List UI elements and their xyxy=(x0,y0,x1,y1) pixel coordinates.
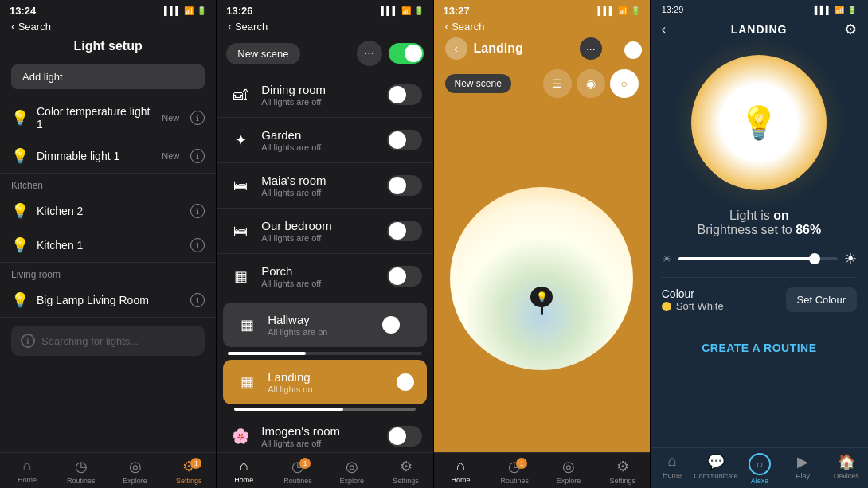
bulb-icon: 💡 xyxy=(11,147,29,165)
room-toggle[interactable] xyxy=(387,266,422,287)
bulb-icon: 💡 xyxy=(11,291,29,309)
room-toggle[interactable] xyxy=(387,221,422,241)
info-icon[interactable]: ℹ xyxy=(190,149,205,163)
nav-item-home[interactable]: ⌂ Home xyxy=(651,453,694,485)
wifi-icon: 📶 xyxy=(835,6,844,14)
nav-item-alexa[interactable]: ○ Alexa xyxy=(738,453,781,485)
room-sub: All lights are off xyxy=(261,439,378,448)
bulb-icon: 💡 xyxy=(11,202,29,220)
landing-slider[interactable] xyxy=(234,408,415,411)
room-name: Hallway xyxy=(268,313,372,326)
room-item-dining[interactable]: 🛋 Dining room All lights are off xyxy=(217,72,432,118)
gear-icon[interactable]: ⚙ xyxy=(844,21,857,38)
palette-button[interactable]: ◉ xyxy=(577,69,605,98)
nav-label: Explore xyxy=(557,477,581,485)
pin-tail xyxy=(541,307,543,314)
white-button[interactable]: ○ xyxy=(610,69,639,98)
sun-small-icon: ☀ xyxy=(662,252,672,265)
list-view-button[interactable]: ☰ xyxy=(543,69,572,98)
panel2-header: New scene ··· xyxy=(217,34,432,72)
room-toggle[interactable] xyxy=(387,84,422,105)
bedroom-icon: 🛏 xyxy=(228,218,253,244)
room-toggle[interactable] xyxy=(387,175,422,196)
search-back-label-3[interactable]: Search xyxy=(452,21,484,33)
new-scene-button-3[interactable]: New scene xyxy=(445,74,511,93)
room-item-maias[interactable]: 🛏 Maia's room All lights are off xyxy=(217,163,432,209)
room-toggle[interactable] xyxy=(387,130,422,150)
status-icons-1: ▌▌▌ 📶 🔋 xyxy=(164,6,206,15)
info-icon[interactable]: ℹ xyxy=(190,111,205,125)
info-icon[interactable]: ℹ xyxy=(190,238,205,252)
nav-item-home[interactable]: ⌂ Home xyxy=(434,458,488,485)
wifi-icon: 📶 xyxy=(401,6,411,15)
nav-label: Devices xyxy=(834,472,859,480)
add-light-button[interactable]: Add light xyxy=(11,64,205,89)
main-power-toggle[interactable] xyxy=(389,43,424,64)
bulb-icon: 💡 xyxy=(11,109,29,127)
nav-item-home[interactable]: ⌂ Home xyxy=(0,458,54,485)
new-badge: New xyxy=(162,113,179,123)
nav-item-routines[interactable]: 1 ◷ Routines xyxy=(271,458,325,485)
room-toggle[interactable] xyxy=(381,314,416,335)
room-item-hallway[interactable]: ▦ Hallway All lights are on xyxy=(223,303,426,347)
info-icon[interactable]: ℹ xyxy=(190,204,205,218)
home-icon: ⌂ xyxy=(22,458,31,474)
time-4: 13:29 xyxy=(662,5,684,14)
search-back-label-2[interactable]: Search xyxy=(235,21,268,33)
nav-item-explore[interactable]: ◎ Explore xyxy=(542,458,596,485)
maias-room-icon: 🛏 xyxy=(228,173,253,198)
room-toggle[interactable] xyxy=(381,372,416,392)
p4-back-button[interactable]: ‹ xyxy=(662,22,666,37)
status-on-text: on xyxy=(773,209,789,222)
room-name: Landing xyxy=(268,370,372,384)
create-routine-button[interactable]: CREATE A ROUTINE xyxy=(662,334,857,362)
more-button-3[interactable]: ··· xyxy=(580,37,602,60)
nav-label: Explore xyxy=(123,477,147,485)
color-wheel[interactable]: 💡 xyxy=(450,187,633,370)
room-item-imogen[interactable]: 🌸 Imogen's room All lights are off xyxy=(217,414,432,452)
search-back-label-1[interactable]: Search xyxy=(18,21,51,33)
colour-value: Soft White xyxy=(662,300,724,312)
room-item-garden[interactable]: ✦ Garden All lights are off xyxy=(217,118,432,163)
room-toggle[interactable] xyxy=(387,426,422,447)
nav-item-communicate[interactable]: 💬 Communicate xyxy=(694,453,738,485)
back-row-3: ‹ Search xyxy=(434,18,650,34)
nav-item-routines[interactable]: 1 ◷ Routines xyxy=(487,458,542,485)
info-icon[interactable]: ℹ xyxy=(190,293,205,307)
room-item-porch[interactable]: ▦ Porch All lights are off xyxy=(217,254,432,299)
nav-item-explore[interactable]: ◎ Explore xyxy=(325,458,379,485)
searching-bar: ℹ Searching for lights... xyxy=(11,326,205,356)
back-arrow-button[interactable]: ‹ xyxy=(445,37,467,60)
new-scene-button[interactable]: New scene xyxy=(226,43,299,64)
room-item-landing[interactable]: ▦ Landing All lights on xyxy=(223,360,426,404)
wifi-icon: 📶 xyxy=(618,6,628,15)
set-colour-button[interactable]: Set Colour xyxy=(786,287,857,312)
room-info: Dining room All lights are off xyxy=(261,83,378,107)
room-sub: All lights on xyxy=(268,385,372,394)
nav-item-settings[interactable]: ⚙ Settings xyxy=(379,458,433,485)
list-item: 💡 Dimmable light 1 New ℹ xyxy=(0,139,216,174)
room-item-bedroom[interactable]: 🛏 Our bedroom All lights are off xyxy=(217,209,432,254)
nav-item-routines[interactable]: ◷ Routines xyxy=(54,458,108,485)
color-wheel-container[interactable]: 💡 xyxy=(434,104,650,452)
bulb-icon-large: 💡 xyxy=(739,104,779,142)
landing-slider-fill xyxy=(234,408,342,411)
bulb-icon: 💡 xyxy=(11,236,29,254)
room-info: Our bedroom All lights are off xyxy=(261,219,378,243)
status-bar-1: 13:24 ▌▌▌ 📶 🔋 xyxy=(0,0,216,18)
more-button[interactable]: ··· xyxy=(357,41,382,66)
status-icons-3: ▌▌▌ 📶 🔋 xyxy=(597,6,639,15)
nav-item-settings[interactable]: ⚙ Settings xyxy=(596,458,650,485)
nav-item-settings[interactable]: 1 ⚙ Settings xyxy=(162,458,216,485)
landing-power-toggle[interactable] xyxy=(608,40,639,57)
light-name: Color temperature light 1 xyxy=(37,105,154,131)
nav-item-explore[interactable]: ◎ Explore xyxy=(108,458,162,485)
back-row-1: ‹ Search xyxy=(0,18,216,36)
nav-item-play[interactable]: ▶ Play xyxy=(781,453,824,485)
nav-item-devices[interactable]: 🏠 Devices xyxy=(825,453,868,485)
nav-item-home[interactable]: ⌂ Home xyxy=(217,458,271,485)
status-icons-2: ▌▌▌ 📶 🔋 xyxy=(381,6,423,15)
room-info: Hallway All lights are on xyxy=(268,313,372,337)
brightness-slider[interactable] xyxy=(678,257,838,260)
hallway-slider[interactable] xyxy=(228,352,421,355)
